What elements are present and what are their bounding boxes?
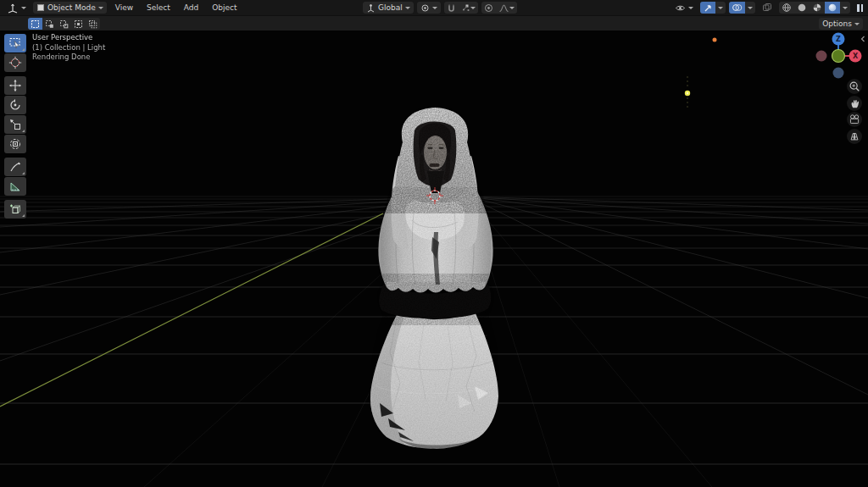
light-object (685, 76, 690, 110)
shading-dropdown[interactable] (840, 2, 850, 14)
subtool-corner (22, 130, 25, 132)
proportional-editing-toggle[interactable] (481, 2, 496, 14)
gizmo-z-label: Z (836, 36, 841, 43)
pause-icon (861, 4, 864, 12)
pivot-point-dropdown[interactable] (417, 2, 441, 14)
rendered-shading-icon (827, 3, 837, 13)
chevron-down-icon (854, 23, 860, 25)
select-new-icon (31, 19, 40, 29)
shading-solid-button[interactable] (794, 2, 810, 14)
magnet-icon (447, 3, 456, 13)
tool-scale[interactable] (4, 115, 26, 134)
overlays-icon (732, 3, 743, 13)
tool-rotate[interactable] (4, 96, 26, 114)
origin-point (713, 38, 717, 42)
toolbar (4, 34, 26, 219)
chevron-down-icon (843, 7, 848, 9)
viewport-header: Object Mode View Select Add Object Globa… (0, 0, 868, 15)
options-dropdown[interactable]: Options (819, 18, 863, 30)
nav-gizmo[interactable]: Z X (815, 32, 862, 80)
select-mode-extend-button[interactable] (42, 18, 57, 30)
perspective-toggle-icon (849, 130, 860, 142)
select-mode-new-button[interactable] (28, 18, 42, 30)
snap-toggle-button[interactable] (444, 2, 459, 14)
gizmo-neg-z-ball[interactable] (833, 68, 844, 79)
visibility-icon (675, 3, 686, 13)
collection-object-name: (1) Collection | Light (32, 43, 105, 53)
viewport-overlay-text: User Perspective (1) Collection | Light … (32, 33, 105, 63)
annotate-icon (8, 160, 22, 174)
transform-orientation-dropdown[interactable]: Global (363, 2, 414, 14)
mode-dropdown[interactable]: Object Mode (33, 2, 107, 14)
select-intersect-icon (88, 19, 97, 29)
proportional-icon (484, 3, 493, 13)
scene-render (0, 30, 868, 487)
tool-settings-bar: Options (0, 15, 868, 30)
select-mode-invert-button[interactable] (71, 18, 86, 30)
transform-icon (8, 137, 22, 151)
y-axis-line (0, 213, 383, 407)
subtool-corner (22, 48, 25, 51)
pan-button[interactable] (847, 96, 862, 111)
subtool-corner (22, 172, 25, 174)
view-name: User Perspective (32, 33, 105, 43)
show-gizmo-toggle[interactable] (700, 2, 715, 14)
menu-select[interactable]: Select (142, 0, 175, 15)
tool-measure[interactable] (4, 177, 26, 196)
menu-view[interactable]: View (110, 0, 138, 15)
shading-material-button[interactable] (810, 2, 825, 14)
chevron-down-icon (509, 7, 515, 9)
chevron-down-icon (470, 7, 476, 9)
tool-transform[interactable] (4, 135, 26, 153)
move-icon (8, 79, 22, 92)
object-visibility-dropdown[interactable] (671, 2, 697, 14)
options-label: Options (822, 19, 852, 28)
tool-cursor[interactable] (4, 53, 26, 72)
perspective-toggle-button[interactable] (847, 129, 862, 144)
select-mode-subtract-button[interactable] (57, 18, 71, 30)
shading-rendered-button[interactable] (825, 2, 840, 14)
measure-icon (8, 180, 22, 193)
tool-annotate[interactable] (4, 158, 26, 176)
pause-icon (857, 4, 860, 12)
tool-select-box[interactable] (4, 34, 26, 53)
add-cube-icon (8, 202, 22, 216)
material-shading-icon (812, 3, 822, 13)
chevron-down-icon (405, 7, 410, 9)
editor-type-button[interactable] (3, 2, 30, 14)
gizmo-x-label: X (853, 53, 859, 60)
proportional-falloff-dropdown[interactable] (496, 2, 517, 14)
snap-target-icon (461, 3, 470, 13)
select-subtract-icon (59, 19, 69, 29)
select-extend-icon (45, 19, 54, 29)
camera-view-icon (849, 113, 860, 125)
tool-add-cube[interactable] (4, 200, 26, 219)
select-mode-intersect-button[interactable] (86, 18, 100, 30)
gizmo-neg-x-ball[interactable] (816, 51, 827, 62)
wireframe-shading-icon (782, 3, 792, 13)
chevron-down-icon (718, 7, 723, 9)
tool-move[interactable] (4, 76, 26, 95)
snap-target-dropdown[interactable] (459, 2, 478, 14)
select-invert-icon (74, 19, 83, 29)
menu-object[interactable]: Object (207, 0, 242, 15)
xray-icon (762, 3, 772, 13)
shading-wireframe-button[interactable] (779, 2, 794, 14)
chevron-down-icon (688, 7, 693, 9)
chevron-down-icon (21, 7, 26, 9)
overlays-dropdown[interactable] (745, 2, 755, 14)
pause-button[interactable] (857, 4, 863, 12)
sidebar-toggle[interactable] (860, 35, 866, 43)
gizmo-dropdown[interactable] (715, 2, 726, 14)
zoom-button[interactable] (847, 79, 862, 94)
mode-label: Object Mode (47, 3, 96, 12)
rotate-icon (8, 98, 22, 112)
camera-view-button[interactable] (847, 112, 862, 127)
falloff-icon (498, 3, 509, 13)
show-overlays-toggle[interactable] (729, 2, 745, 14)
gizmo-y-ball[interactable] (832, 50, 845, 63)
pan-hand-icon (849, 97, 860, 109)
xray-toggle[interactable] (759, 2, 776, 14)
viewport-3d[interactable]: User Perspective (1) Collection | Light … (0, 30, 868, 487)
menu-add[interactable]: Add (179, 0, 203, 15)
